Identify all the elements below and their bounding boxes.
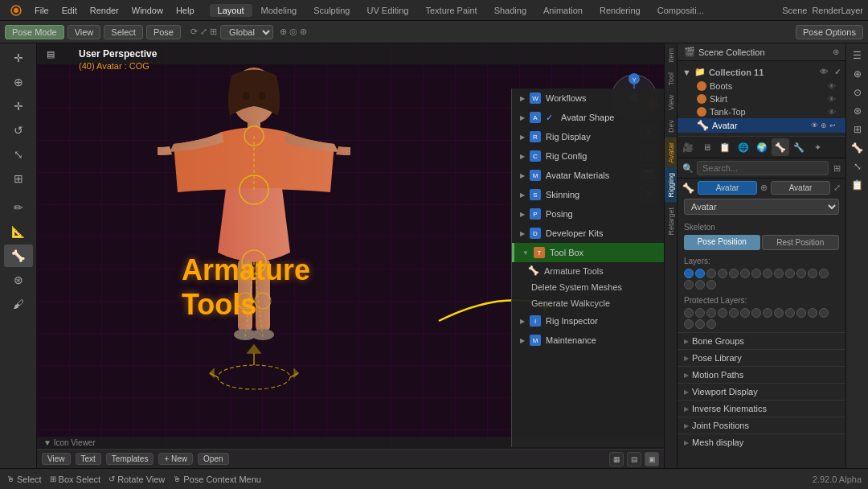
- help-menu[interactable]: Help: [170, 4, 200, 17]
- view-btn-vp[interactable]: View: [42, 453, 71, 465]
- rig-inspector-item[interactable]: ▶ I Rig Inspector: [512, 311, 664, 331]
- layer-2[interactable]: [695, 269, 705, 278]
- prop-search-input[interactable]: [697, 161, 829, 175]
- player-2[interactable]: [695, 308, 705, 318]
- developer-kits-item[interactable]: ▶ D Developer Kits: [512, 224, 664, 243]
- collection-visibility[interactable]: 👁: [820, 68, 828, 76]
- right-icon-8[interactable]: 📋: [849, 176, 866, 194]
- pose-position-btn[interactable]: Pose Position: [684, 235, 760, 250]
- bone-groups-section[interactable]: ▶ Bone Groups: [678, 332, 845, 349]
- workspace-modeling[interactable]: Modeling: [253, 4, 305, 17]
- viewport-shading-icon[interactable]: ▤: [42, 46, 59, 62]
- workspace-rendering[interactable]: Rendering: [592, 4, 649, 17]
- workspace-shading[interactable]: Shading: [486, 4, 534, 17]
- object-skirt[interactable]: Skirt 👁: [678, 92, 845, 105]
- tab-dev[interactable]: Dev: [665, 115, 677, 138]
- posing-item[interactable]: ▶ P Posing: [512, 204, 664, 224]
- pose-menu-btn[interactable]: Pose: [146, 25, 181, 39]
- skirt-visibility[interactable]: 👁: [828, 95, 836, 104]
- layer-12[interactable]: [808, 269, 817, 278]
- select-menu-btn[interactable]: Select: [104, 25, 143, 39]
- paint-tool-icon[interactable]: 🖌: [4, 293, 33, 315]
- prop-tab-view[interactable]: 📋: [716, 138, 734, 156]
- tab-avatar[interactable]: Avatar: [665, 138, 677, 168]
- right-icon-4[interactable]: ⊛: [849, 102, 866, 120]
- right-icon-2[interactable]: ⊕: [849, 65, 866, 83]
- layer-3[interactable]: [706, 269, 716, 278]
- layer-8[interactable]: [763, 269, 772, 278]
- player-3[interactable]: [706, 308, 716, 318]
- prop-tab-object-data[interactable]: 🦴: [772, 138, 789, 156]
- window-menu[interactable]: Window: [126, 4, 169, 17]
- player-8[interactable]: [763, 308, 772, 318]
- viewport-display-section[interactable]: ▶ Viewport Display: [678, 383, 845, 400]
- player-15[interactable]: [695, 319, 705, 329]
- prop-tab-world[interactable]: 🌍: [753, 138, 771, 156]
- workspace-layout[interactable]: Layout: [210, 4, 252, 17]
- right-icon-7[interactable]: ⤡: [849, 158, 866, 175]
- layer-7[interactable]: [751, 269, 761, 278]
- prop-tab-output[interactable]: 🖥: [698, 138, 715, 156]
- tab-item[interactable]: Item: [665, 43, 677, 68]
- inverse-kinematics-section[interactable]: ▶ Inverse Kinematics: [678, 400, 845, 417]
- boots-visibility[interactable]: 👁: [828, 82, 836, 91]
- maintenance-item[interactable]: ▶ M Maintenance: [512, 331, 664, 350]
- prop-tab-render[interactable]: 🎥: [679, 138, 697, 156]
- player-12[interactable]: [808, 308, 817, 318]
- pose-tool-icon[interactable]: ⊛: [4, 269, 33, 291]
- player-9[interactable]: [774, 308, 784, 318]
- right-icon-6[interactable]: 🦴: [849, 139, 866, 157]
- transform-space[interactable]: Global Local: [220, 25, 273, 39]
- prop-tab-scene[interactable]: 🌐: [735, 138, 752, 156]
- workspace-uv[interactable]: UV Editing: [358, 4, 416, 17]
- player-13[interactable]: [819, 308, 829, 318]
- player-1[interactable]: [684, 308, 694, 318]
- av-ctrl-1[interactable]: 👁: [811, 121, 818, 129]
- text-btn-vp[interactable]: Text: [76, 453, 101, 465]
- rig-display-item[interactable]: ▶ R Rig Display: [512, 127, 664, 146]
- delete-system-meshes-item[interactable]: Delete System Meshes: [512, 279, 664, 295]
- player-16[interactable]: [706, 319, 716, 329]
- avatar-data-btn1[interactable]: Avatar: [698, 181, 757, 195]
- layer-11[interactable]: [796, 269, 806, 278]
- workflows-item[interactable]: ▶ W Workflows: [512, 88, 664, 108]
- view-mode-1[interactable]: ▦: [609, 452, 624, 466]
- view-mode-2[interactable]: ▤: [627, 452, 641, 466]
- layer-9[interactable]: [774, 269, 784, 278]
- annotate-tool-icon[interactable]: ✏: [4, 196, 33, 219]
- blender-menu[interactable]: [5, 2, 27, 17]
- render-menu[interactable]: Render: [84, 4, 125, 17]
- prop-tab-particles[interactable]: ✦: [809, 138, 826, 156]
- view-mode-3[interactable]: ▣: [645, 452, 659, 466]
- tab-view[interactable]: View: [665, 90, 677, 115]
- mesh-display-section[interactable]: ▶ Mesh display: [678, 434, 845, 450]
- avatar-shape-item[interactable]: ▶ A ✓ Avatar Shape: [512, 108, 664, 127]
- avatar-extra-icon[interactable]: ⤢: [833, 183, 841, 193]
- player-7[interactable]: [751, 308, 761, 318]
- pose-library-section[interactable]: ▶ Pose Library: [678, 349, 845, 366]
- right-icon-5[interactable]: ⊞: [849, 121, 866, 138]
- generate-walkcycle-item[interactable]: Generate Walkcycle: [512, 295, 664, 311]
- layer-13[interactable]: [819, 269, 829, 278]
- cursor-tool-icon[interactable]: ⊕: [4, 71, 33, 93]
- layer-1[interactable]: [684, 269, 694, 278]
- player-11[interactable]: [796, 308, 806, 318]
- tab-retarget[interactable]: Retarget: [665, 203, 677, 240]
- motion-paths-section[interactable]: ▶ Motion Paths: [678, 366, 845, 383]
- object-boots[interactable]: Boots 👁: [678, 80, 845, 92]
- armature-tools-subitem[interactable]: 🦴 Armature Tools: [512, 262, 664, 279]
- transform-tool-icon[interactable]: ⊞: [4, 167, 33, 190]
- layer-4[interactable]: [718, 269, 727, 278]
- layer-14[interactable]: [684, 280, 694, 290]
- right-icon-3[interactable]: ⊙: [849, 84, 866, 101]
- av-ctrl-3[interactable]: ↩: [829, 121, 836, 129]
- rest-position-btn[interactable]: Rest Position: [762, 235, 840, 250]
- tanktop-visibility[interactable]: 👁: [828, 108, 836, 117]
- player-5[interactable]: [729, 308, 739, 318]
- layer-15[interactable]: [695, 280, 705, 290]
- workspace-sculpting[interactable]: Sculpting: [305, 4, 358, 17]
- right-icon-1[interactable]: ☰: [849, 47, 866, 64]
- workspace-compositing[interactable]: Compositi...: [649, 4, 712, 17]
- avatar-select[interactable]: Avatar: [684, 199, 839, 215]
- av-ctrl-2[interactable]: ⊕: [821, 121, 827, 129]
